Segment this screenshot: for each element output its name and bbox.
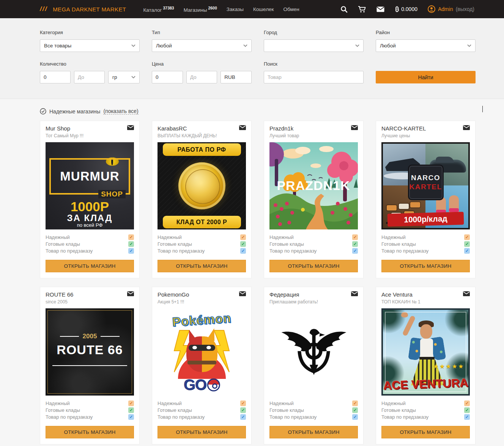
user-menu[interactable]: Admin (выход) [428, 5, 474, 13]
checkbox-green-icon: ✓ [128, 241, 134, 247]
message-shop-icon[interactable] [351, 291, 358, 296]
wallet-balance[interactable]: 0.0000 [395, 6, 417, 13]
banner-subline: ЗА КЛАД [46, 213, 134, 223]
banner-title: ROUTE 66 [46, 342, 134, 357]
nav-links: Каталог37383 Магазины2600 Заказы Кошелек… [134, 6, 299, 13]
open-shop-button[interactable]: ОТКРЫТЬ МАГАЗИН [381, 260, 470, 272]
open-shop-button[interactable]: ОТКРЫТЬ МАГАЗИН [381, 426, 470, 438]
city-select[interactable] [264, 39, 364, 52]
shop-banner-image[interactable]: Pokémon GO [158, 308, 246, 396]
feature-trusted: Надежный✓ [269, 234, 358, 240]
banner-price: 1000Р [46, 199, 134, 214]
feature-preorder: Товар по предзаказу✓ [381, 413, 470, 420]
main-content: Надежные магазины (показать все) Mur Sho… [40, 99, 476, 444]
open-shop-button[interactable]: ОТКРЫТЬ МАГАЗИН [46, 260, 134, 272]
message-shop-icon[interactable] [239, 291, 246, 296]
message-shop-icon[interactable] [463, 125, 470, 130]
shop-name[interactable]: PokemonGo [158, 291, 189, 298]
shop-name[interactable]: KarabasRC [158, 125, 187, 132]
message-shop-icon[interactable] [127, 291, 134, 296]
feature-trusted: Надежный✓ [269, 400, 358, 407]
mail-icon[interactable] [376, 6, 384, 12]
open-shop-button[interactable]: ОТКРЫТЬ МАГАЗИН [158, 260, 246, 272]
district-select[interactable]: Любой [376, 39, 476, 52]
shop-name[interactable]: Федерация [269, 291, 299, 298]
search-label: Поиск [264, 61, 364, 67]
figure-tank-top [420, 339, 433, 358]
checkbox-blue-icon: ✓ [464, 414, 470, 420]
shop-card-karabasrc: KarabasRC ВЫПЛАТЫ КАЖДЫЙ ДЕНЬ! РАБОТА ПО… [152, 121, 252, 278]
shops-count: 2600 [208, 6, 217, 10]
find-button[interactable]: Найти [376, 71, 476, 83]
shop-banner-image[interactable]: MURMUR SHOP 1000Р ЗА КЛАД по всей РФ [46, 142, 134, 229]
catalog-count: 37383 [163, 6, 174, 10]
city-label: Город [264, 30, 364, 35]
logout-link[interactable]: (выход) [456, 6, 474, 12]
search-input[interactable] [264, 71, 364, 83]
shop-name[interactable]: Mur Shop [46, 125, 70, 132]
banner-year: 2005 [83, 333, 97, 340]
message-shop-icon[interactable] [463, 291, 470, 296]
feature-ready-stash: Готовые клады✓ [269, 407, 358, 413]
nav-link-orders[interactable]: Заказы [227, 6, 244, 12]
go-logo: GO [183, 376, 220, 393]
shop-card-narco-kartel: NARCO-KARTEL Лучшие цены [376, 121, 476, 278]
shop-banner-image[interactable]: NARCO KARTEL 1000р/клад [381, 142, 470, 229]
message-shop-icon[interactable] [239, 125, 246, 130]
shop-banner-image[interactable]: РАБОТА ПО РФ КЛАД ОТ 2000 Р [158, 142, 246, 229]
category-select[interactable]: Все товары [40, 39, 140, 52]
message-shop-icon[interactable] [127, 125, 134, 130]
filter-category: Категория Все товары [40, 30, 140, 52]
price-from-input[interactable] [152, 71, 183, 83]
banner-line1: NARCO [411, 174, 440, 182]
shop-banner-image[interactable]: 2005 ROUTE 66 [46, 308, 134, 396]
shop-tagline: Лучшие цены [381, 133, 470, 138]
banner-price-ribbon: 1000р/клад [387, 212, 464, 226]
shop-tagline: ТОП КОКАИН № 1 [381, 299, 470, 305]
nav-link-catalog[interactable]: Каталог37383 [143, 6, 174, 13]
shop-name[interactable]: Prazdn1k [269, 125, 293, 132]
price-to-input[interactable] [186, 71, 217, 83]
banner-badge: SHOP [98, 190, 126, 198]
message-shop-icon[interactable] [351, 125, 358, 130]
paper-landscape-graphic: PRAZDN1K [269, 142, 358, 229]
search-icon[interactable] [340, 6, 348, 13]
palm-foliage [445, 308, 470, 336]
shop-banner-image[interactable]: PRAZDN1K [269, 142, 358, 229]
shop-name[interactable]: Ace Ventura [381, 291, 413, 298]
shop-tagline: Лучший товар [269, 133, 358, 138]
open-shop-button[interactable]: ОТКРЫТЬ МАГАЗИН [269, 260, 358, 272]
shop-banner-image[interactable] [269, 308, 358, 396]
shop-card-pokemongo: PokemonGo Акция 5+1 !!! Pokémon [152, 287, 252, 444]
checkbox-orange-icon: ✓ [240, 234, 246, 240]
nav-link-exchange[interactable]: Обмен [283, 6, 299, 12]
show-all-link[interactable]: (показать все) [103, 108, 138, 115]
open-shop-button[interactable]: ОТКРЫТЬ МАГАЗИН [158, 426, 246, 438]
feature-preorder: Товар по предзаказу✓ [46, 247, 134, 254]
btc-icon [395, 6, 399, 13]
quantity-unit-select[interactable]: гр [108, 71, 140, 83]
shop-banner-image[interactable]: ★★★★★ ACE VENTURA [381, 308, 470, 396]
section-title: Надежные магазины [49, 108, 100, 115]
rating-stars: ★★★★★ [433, 363, 465, 370]
quantity-to-input[interactable] [74, 71, 105, 83]
nav-link-shops[interactable]: Магазины2600 [184, 6, 217, 13]
open-shop-button[interactable]: ОТКРЫТЬ МАГАЗИН [269, 426, 358, 438]
checkbox-orange-icon: ✓ [352, 234, 358, 240]
type-select[interactable]: Любой [152, 39, 252, 52]
feature-ready-stash: Готовые клады✓ [158, 407, 246, 413]
chevron-down-icon [131, 76, 135, 79]
shop-card-ace-ventura: Ace Ventura ТОП КОКАИН № 1 ★★★★★ ACE V [376, 287, 476, 444]
shop-cards-grid: Mur Shop Тот Самый Мур !!! MURMUR SHOP 1… [40, 121, 476, 444]
quantity-from-input[interactable] [40, 71, 71, 83]
shop-name[interactable]: ROUTE 66 [46, 291, 73, 298]
nav-link-wallet[interactable]: Кошелек [253, 6, 274, 12]
shop-card-prazdn1k: Prazdn1k Лучший товар [264, 121, 364, 278]
logo-slashes-icon[interactable]: /// [40, 5, 47, 13]
brand-title[interactable]: MEGA DARKNET MARKET [53, 6, 126, 13]
cart-icon[interactable] [358, 6, 366, 13]
shop-name[interactable]: NARCO-KARTEL [381, 125, 426, 132]
open-shop-button[interactable]: ОТКРЫТЬ МАГАЗИН [46, 426, 134, 438]
banner-bottom-ribbon: КЛАД ОТ 2000 Р [163, 216, 241, 228]
price-currency-input[interactable] [220, 71, 252, 83]
